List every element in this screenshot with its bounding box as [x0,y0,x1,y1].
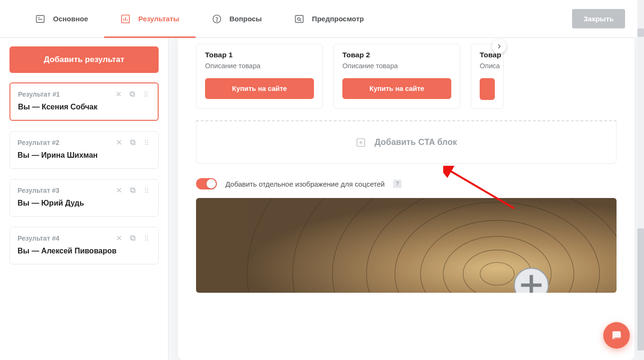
tab-label: Вопросы [230,15,262,23]
scrollbar-thumb[interactable] [637,228,644,351]
social-image-preview[interactable] [196,198,617,293]
form-icon [35,14,45,24]
tab-main[interactable]: Основное [19,0,104,37]
drag-icon[interactable] [143,234,151,242]
copy-icon[interactable] [129,234,137,242]
tabs-bar: Основное Результаты Вопросы Предпросмотр… [0,0,644,38]
close-icon[interactable] [115,186,123,194]
svg-point-49 [147,238,148,239]
close-icon[interactable] [115,138,123,146]
chat-fab[interactable] [603,322,630,349]
result-tag: Результат #2 [18,139,59,146]
svg-point-20 [144,96,145,97]
product-card: Товар 1 Описание товара Купить на сайте [196,44,323,109]
social-toggle[interactable] [196,178,217,189]
svg-point-50 [145,240,146,241]
add-result-button[interactable]: Добавить результат [9,46,159,73]
close-icon[interactable] [115,234,123,242]
svg-point-19 [147,94,148,95]
result-title: Вы — Ирина Шихман [18,151,151,160]
tab-label: Результаты [138,15,179,23]
svg-rect-35 [131,188,134,192]
drag-icon[interactable] [142,90,150,98]
products-carousel: Товар 1 Описание товара Купить на сайте … [196,38,617,109]
svg-rect-25 [131,140,134,144]
social-toggle-label: Добавить отдельное изображение для соцсе… [225,180,385,188]
copy-icon[interactable] [129,138,137,146]
svg-point-17 [147,91,148,92]
add-cta-label: Добавить CTA блок [375,137,457,147]
product-desc: Описа [480,62,503,70]
svg-point-40 [145,192,146,193]
tab-results[interactable]: Результаты [104,0,195,37]
result-tag: Результат #4 [18,234,59,242]
result-card-2[interactable]: Результат #2 Вы — Ирина Шихман [9,131,159,169]
close-button[interactable]: Закрыть [572,9,625,28]
buy-button[interactable]: Купить на сайте [205,78,314,99]
help-icon[interactable]: ? [393,180,402,188]
product-desc: Описание товара [342,62,451,70]
svg-point-8 [216,21,217,21]
svg-rect-55 [196,198,617,293]
svg-point-30 [145,144,146,145]
svg-point-39 [147,190,148,191]
product-card: Товар Описа [471,44,504,109]
drag-icon[interactable] [143,186,151,194]
svg-rect-45 [131,236,134,240]
tab-questions[interactable]: Вопросы [196,0,278,37]
tab-label: Основное [53,15,88,23]
buy-button[interactable]: Купить на сайте [342,78,451,99]
svg-point-21 [147,96,148,97]
svg-point-10 [297,18,300,20]
svg-rect-34 [132,189,135,193]
result-title: Вы — Ксения Собчак [18,103,150,111]
close-icon[interactable] [115,90,123,98]
add-icon [356,137,366,148]
chart-icon [120,14,131,24]
svg-rect-9 [295,15,304,22]
svg-point-51 [147,240,148,241]
svg-rect-15 [130,92,134,96]
svg-point-36 [145,188,146,189]
result-card-1[interactable]: Результат #1 Вы — Ксения Собчак [9,82,159,121]
preview-icon [294,14,304,24]
svg-point-16 [144,91,145,92]
svg-point-31 [147,144,148,145]
svg-point-28 [145,142,146,143]
svg-point-27 [147,140,148,141]
product-title: Товар 2 [342,51,451,59]
svg-point-46 [145,235,146,236]
social-toggle-row: Добавить отдельное изображение для соцсе… [196,178,617,189]
svg-point-29 [147,142,148,143]
buy-button[interactable] [480,78,495,100]
svg-rect-14 [131,93,135,97]
drag-icon[interactable] [143,138,151,146]
svg-point-48 [145,238,146,239]
scrollbar-thumb[interactable] [637,28,644,37]
result-card-3[interactable]: Результат #3 Вы — Юрий Дудь [9,179,159,216]
product-card: Товар 2 Описание товара Купить на сайте [333,44,460,109]
carousel-next-icon[interactable] [492,39,506,54]
svg-point-38 [145,190,146,191]
svg-rect-44 [132,237,135,241]
result-card-4[interactable]: Результат #4 Вы — Алексей Пивоваров [9,227,159,264]
result-title: Вы — Алексей Пивоваров [18,247,151,255]
tab-preview[interactable]: Предпросмотр [278,0,380,37]
scrollbar[interactable] [637,0,644,360]
result-tag: Результат #3 [18,187,59,194]
result-tag: Результат #1 [18,90,60,98]
svg-point-41 [147,192,148,193]
svg-rect-0 [36,15,45,22]
sidebar: Добавить результат Результат #1 Вы — Ксе… [0,38,169,360]
copy-icon[interactable] [129,186,137,194]
copy-icon[interactable] [128,90,136,98]
add-cta-block[interactable]: Добавить CTA блок [196,121,617,164]
result-title: Вы — Юрий Дудь [18,199,151,207]
product-desc: Описание товара [205,62,314,70]
main-panel: Товар 1 Описание товара Купить на сайте … [169,38,644,360]
product-title: Товар 1 [205,51,314,59]
svg-rect-24 [132,141,135,145]
svg-point-37 [147,188,148,189]
svg-point-26 [145,140,146,141]
question-icon [212,14,222,24]
